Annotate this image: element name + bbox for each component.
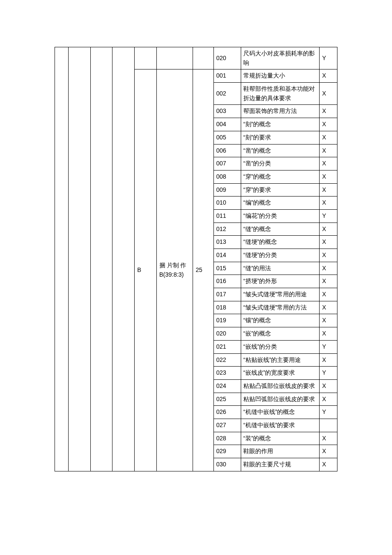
item-description: “编”的概念 (241, 197, 320, 210)
item-flag: Y (319, 340, 337, 353)
item-description: 常规折边量大小 (241, 69, 320, 83)
item-description: 帮面装饰的常用方法 (241, 105, 320, 118)
item-number: 025 (213, 393, 241, 406)
section-main-col6: 捆 片制 作B(39:8:3) (156, 69, 193, 471)
item-flag: X (319, 249, 337, 262)
item-description: “嵌线”的分类 (241, 340, 320, 353)
item-number: 028 (213, 432, 241, 445)
item-number: 008 (213, 170, 241, 183)
item-flag: X (319, 236, 337, 249)
item-description: 粘贴凸弧部位嵌线皮的要求 (241, 379, 320, 393)
item-description: “机缝中嵌线”的概念 (241, 406, 320, 419)
item-number: 020 (213, 47, 241, 69)
item-number: 012 (213, 223, 241, 236)
item-description: “缝”的概念 (241, 223, 320, 236)
item-description: 尺码大小对皮革损耗率的影响 (241, 47, 320, 69)
section-top-col7 (193, 47, 213, 69)
item-flag: X (319, 327, 337, 341)
section-top-col6 (156, 47, 193, 69)
item-description: “镶”的概念 (241, 314, 320, 327)
item-number: 002 (213, 83, 241, 105)
section-top-col5 (135, 47, 157, 69)
item-number: 003 (213, 105, 241, 118)
page: 020尺码大小对皮革损耗率的影响YB捆 片制 作B(39:8:3)25001常规… (0, 0, 392, 555)
item-flag: X (319, 83, 337, 105)
item-number: 023 (213, 367, 241, 380)
item-number: 009 (213, 183, 241, 197)
item-number: 017 (213, 288, 241, 301)
item-number: 010 (213, 197, 241, 210)
item-flag: Y (319, 406, 337, 419)
item-flag: X (319, 223, 337, 236)
item-description: “缝埂”的分类 (241, 249, 320, 262)
item-flag: X (319, 458, 337, 471)
item-flag: X (319, 197, 337, 210)
item-number: 029 (213, 445, 241, 458)
item-number: 030 (213, 458, 241, 471)
item-number: 006 (213, 144, 241, 157)
item-number: 020 (213, 327, 241, 341)
item-flag (319, 419, 337, 432)
item-number: 014 (213, 249, 241, 262)
item-number: 015 (213, 262, 241, 275)
item-flag: X (319, 432, 337, 445)
item-number: 013 (213, 236, 241, 249)
data-table: 020尺码大小对皮革损耗率的影响YB捆 片制 作B(39:8:3)25001常规… (55, 47, 337, 471)
item-flag: X (319, 170, 337, 183)
item-flag: X (319, 131, 337, 144)
item-description: “凿”的概念 (241, 144, 320, 157)
item-description: “缝”的用法 (241, 262, 320, 275)
item-description: “挤埂”的外形 (241, 275, 320, 288)
item-number: 027 (213, 419, 241, 432)
item-description: “缝埂”的概念 (241, 236, 320, 249)
item-flag: X (319, 288, 337, 301)
item-number: 018 (213, 301, 241, 314)
item-flag: X (319, 379, 337, 393)
item-number: 026 (213, 406, 241, 419)
item-flag: X (319, 445, 337, 458)
item-number: 005 (213, 131, 241, 144)
section-main-col7: 25 (193, 69, 213, 471)
item-description: “嵌”的概念 (241, 327, 320, 341)
item-description: “刻”的概念 (241, 118, 320, 131)
outer-col-3 (90, 47, 112, 471)
outer-col-1 (55, 47, 69, 471)
item-description: “嵌线皮”的宽度要求 (241, 367, 320, 380)
item-flag: X (319, 157, 337, 171)
item-flag: Y (319, 367, 337, 380)
item-number: 016 (213, 275, 241, 288)
item-description: “穿”的要求 (241, 183, 320, 197)
item-flag: X (319, 393, 337, 406)
item-description: “凿”的分类 (241, 157, 320, 171)
item-description: “装”的概念 (241, 432, 320, 445)
item-number: 011 (213, 209, 241, 223)
item-flag: X (319, 144, 337, 157)
item-flag: X (319, 118, 337, 131)
item-description: “机缝中嵌线”的要求 (241, 419, 320, 432)
item-flag: Y (319, 209, 337, 223)
outer-col-4 (112, 47, 135, 471)
item-number: 022 (213, 353, 241, 367)
item-flag: X (319, 105, 337, 118)
item-description: “皱头式缝埂”常用的用途 (241, 288, 320, 301)
item-flag: X (319, 314, 337, 327)
item-description: “刻”的要求 (241, 131, 320, 144)
item-flag: X (319, 301, 337, 314)
item-description: “穿”的概念 (241, 170, 320, 183)
item-number: 004 (213, 118, 241, 131)
item-description: 粘贴凹弧部位嵌线皮的要求 (241, 393, 320, 406)
item-number: 001 (213, 69, 241, 83)
item-number: 019 (213, 314, 241, 327)
item-description: “皱头式缝埂”常用的方法 (241, 301, 320, 314)
item-description: 鞋眼的作用 (241, 445, 320, 458)
item-flag: X (319, 353, 337, 367)
item-description: “粘贴嵌线”的主要用途 (241, 353, 320, 367)
item-description: 鞋帮部件性质和基本功能对折边量的具体要求 (241, 83, 320, 105)
item-description: 鞋眼的主要尺寸规 (241, 458, 320, 471)
item-flag: X (319, 275, 337, 288)
item-flag: X (319, 183, 337, 197)
item-number: 007 (213, 157, 241, 171)
item-flag: Y (319, 47, 337, 69)
item-flag: X (319, 262, 337, 275)
table-row: 020尺码大小对皮革损耗率的影响Y (55, 47, 337, 69)
